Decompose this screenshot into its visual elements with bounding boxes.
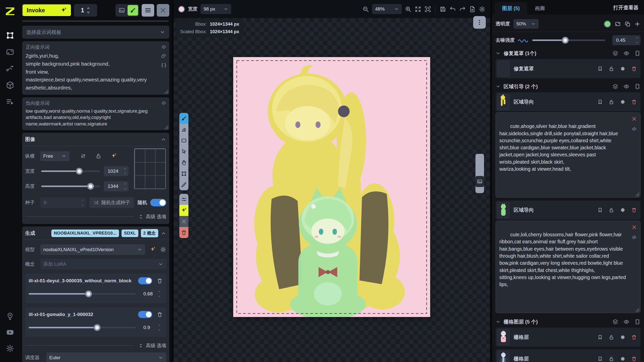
- visibility-icon[interactable]: [623, 319, 629, 325]
- session-menu-button[interactable]: [142, 4, 154, 17]
- settings-icon[interactable]: [6, 344, 14, 353]
- enabled-dot-icon[interactable]: [620, 207, 626, 213]
- chevron-up-icon[interactable]: [161, 137, 166, 142]
- visibility-icon[interactable]: [623, 50, 629, 56]
- frame-icon[interactable]: [634, 83, 640, 89]
- raster-layers-section-header[interactable]: 栅格图层 (5 个): [496, 316, 640, 328]
- delete-layer-icon[interactable]: [631, 356, 637, 362]
- swap-dimensions-icon[interactable]: [80, 153, 86, 159]
- lora1-delete-icon[interactable]: [157, 278, 163, 284]
- region-color-swatch[interactable]: [604, 20, 611, 28]
- negative-prompt-box[interactable]: 负向提示词 low quality,worst quality,norma l …: [22, 97, 169, 130]
- panel-divider[interactable]: [490, 0, 492, 362]
- canvas-settings-icon[interactable]: [479, 6, 486, 13]
- add-layer-icon[interactable]: [634, 21, 640, 27]
- width-input[interactable]: 1024: [104, 166, 129, 176]
- delete-layer-icon[interactable]: [631, 207, 637, 213]
- lora2-weight-input[interactable]: 0.9: [140, 323, 163, 333]
- opacity-select[interactable]: 50%: [513, 19, 539, 29]
- enabled-dot-icon[interactable]: [620, 356, 626, 362]
- tab-workflows[interactable]: [6, 64, 15, 73]
- bookmark-icon[interactable]: [597, 334, 603, 340]
- braces-icon[interactable]: { }: [161, 62, 166, 68]
- canvas-menu-button[interactable]: [473, 16, 486, 29]
- invoke-region-button[interactable]: [179, 205, 188, 216]
- visibility-icon[interactable]: [623, 83, 629, 89]
- tab-gallery[interactable]: 画廊: [527, 2, 552, 15]
- scheduler-select[interactable]: Euler: [46, 352, 166, 362]
- resize-grip-icon[interactable]: [164, 125, 168, 129]
- filter-tool[interactable]: [179, 194, 188, 205]
- remove-prompt-icon[interactable]: [631, 224, 637, 230]
- raster-layer-row-2[interactable]: 栅格层: [496, 349, 640, 362]
- chevron-down-icon[interactable]: [496, 319, 501, 324]
- lora1-weight-slider[interactable]: [29, 293, 136, 295]
- bookmark-icon[interactable]: [597, 207, 603, 213]
- duplicate-layer-icon[interactable]: [624, 21, 631, 27]
- optimize-size-icon[interactable]: [111, 153, 117, 159]
- merge-layers-icon[interactable]: [612, 83, 618, 89]
- lock-icon[interactable]: [609, 356, 614, 362]
- panel-resize-handle[interactable]: [475, 154, 484, 193]
- move-tool[interactable]: [179, 146, 188, 157]
- delete-layer-icon[interactable]: [631, 66, 637, 72]
- delete-layer-icon[interactable]: [631, 334, 637, 340]
- raster-layer-row-1[interactable]: 栅格层: [496, 328, 640, 347]
- toggle-gallery-panel-button[interactable]: [475, 176, 484, 187]
- clear-session-button[interactable]: [157, 4, 169, 17]
- code-icon[interactable]: [631, 126, 637, 132]
- lock-aspect-icon[interactable]: [95, 153, 102, 159]
- enabled-dot-icon[interactable]: [620, 66, 626, 72]
- lock-icon[interactable]: [609, 66, 614, 72]
- youtube-icon[interactable]: [6, 328, 14, 337]
- tab-queue[interactable]: [6, 97, 15, 106]
- negative-prompt-text[interactable]: low quality,worst quality,norma l qualit…: [26, 108, 158, 127]
- positive-prompt-box[interactable]: 正向提示词 2girls,yuri,hug, simple background…: [22, 41, 169, 95]
- code-icon[interactable]: [631, 235, 637, 240]
- lora2-toggle[interactable]: [138, 311, 152, 318]
- zoom-level-select[interactable]: 48%: [372, 4, 402, 14]
- model-select[interactable]: noobaiXLNAIXL_vPred10Version: [40, 244, 145, 255]
- expand-advanced-icon[interactable]: [138, 214, 143, 219]
- chevron-up-icon[interactable]: [161, 231, 166, 236]
- enabled-dot-icon[interactable]: [620, 99, 626, 105]
- regional-guidance-section-header[interactable]: 区域引导 (2 个): [496, 81, 640, 92]
- redo-icon[interactable]: [459, 6, 466, 13]
- new-session-icon[interactable]: [469, 6, 476, 13]
- chevron-down-icon[interactable]: [496, 84, 501, 89]
- height-slider[interactable]: [41, 186, 100, 187]
- code-icon[interactable]: [161, 44, 167, 50]
- seed-input[interactable]: 0: [40, 197, 86, 208]
- inpaint-mask-section-header[interactable]: 修复遮罩 (1个): [496, 48, 640, 59]
- save-canvas-icon[interactable]: [439, 6, 446, 13]
- queue-count-stepper[interactable]: 1: [74, 4, 97, 17]
- brush-tool[interactable]: [179, 113, 188, 124]
- inpaint-mask-layer-row[interactable]: 修复遮罩: [496, 59, 640, 78]
- random-seed-toggle[interactable]: [150, 199, 166, 206]
- bookmark-icon[interactable]: [597, 99, 603, 105]
- tab-upscale[interactable]: [6, 48, 15, 57]
- fit-bbox-icon[interactable]: [424, 6, 431, 13]
- regional-prompt-2[interactable]: cute,loli,cherry blossoms,hair flower,pi…: [496, 221, 640, 313]
- panel-divider[interactable]: [172, 0, 174, 362]
- regional-layer-row-2[interactable]: 区域导向: [496, 201, 640, 220]
- paperclip-icon[interactable]: [161, 53, 167, 59]
- regional-prompt-1[interactable]: cute,ahoge,silver hair,blue hair,gradien…: [496, 112, 640, 198]
- denoise-input[interactable]: 0.45: [612, 35, 640, 45]
- help-icon[interactable]: [6, 312, 14, 321]
- bookmark-icon[interactable]: [597, 66, 603, 72]
- eraser-tool[interactable]: [179, 124, 188, 135]
- lora2-weight-slider[interactable]: [29, 327, 136, 328]
- lora1-weight-input[interactable]: 0.68: [140, 289, 163, 299]
- resize-grip-icon[interactable]: [635, 307, 639, 312]
- fit-layer-icon[interactable]: [615, 21, 621, 27]
- brush-mode-button[interactable]: [128, 5, 138, 16]
- tab-models[interactable]: [6, 81, 15, 90]
- aspect-select[interactable]: Free: [40, 151, 69, 161]
- add-lora-select[interactable]: 添加 LoRA: [40, 259, 166, 269]
- undo-icon[interactable]: [449, 6, 456, 13]
- code-icon[interactable]: [161, 100, 167, 106]
- queue-count-arrows[interactable]: [87, 7, 90, 14]
- lock-icon[interactable]: [609, 334, 614, 340]
- denoise-slider[interactable]: [532, 39, 605, 41]
